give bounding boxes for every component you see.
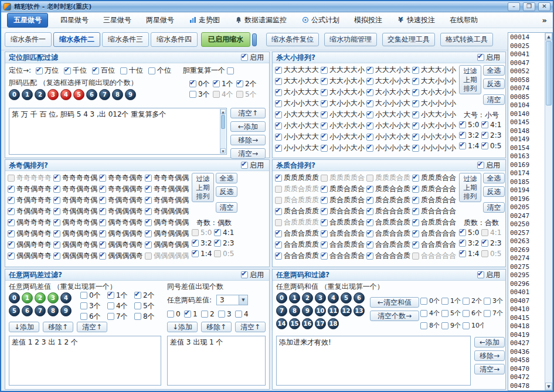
sum-ball[interactable]: 15 <box>289 318 300 329</box>
checkbox-box[interactable] <box>53 186 60 193</box>
checkbox-box[interactable] <box>420 322 427 329</box>
rule-action-button[interactable]: 清空→ <box>474 364 505 374</box>
menu-item-7[interactable]: 公式计划 <box>299 13 342 27</box>
pattern-checkbox[interactable]: 大小小大小 <box>321 98 366 108</box>
checkbox-box[interactable] <box>145 230 152 237</box>
checkbox-box[interactable] <box>477 162 484 169</box>
checkbox-box[interactable] <box>8 186 15 193</box>
checkbox-box[interactable] <box>53 241 60 248</box>
menu-item-1[interactable]: 五星做号 <box>7 13 48 28</box>
checkbox-box[interactable] <box>8 219 15 226</box>
checkbox-box[interactable] <box>145 219 152 226</box>
ratio-checkbox[interactable]: 2:3 <box>481 131 504 139</box>
pattern-checkbox[interactable]: 大小大大小 <box>321 87 366 97</box>
checkbox-box[interactable] <box>321 253 328 260</box>
checkbox-box[interactable] <box>275 100 282 107</box>
count-checkbox[interactable]: 4个 <box>107 301 134 311</box>
pattern-checkbox[interactable]: 偶奇奇奇奇 <box>8 217 53 227</box>
checkbox-box[interactable] <box>441 322 448 329</box>
pattern-checkbox[interactable]: 大大大小小 <box>412 65 458 75</box>
checkbox-box[interactable] <box>321 134 328 141</box>
checkbox-box[interactable] <box>53 208 60 215</box>
menu-item-10[interactable]: 在线帮助 <box>447 13 480 27</box>
pattern-checkbox[interactable]: 质合合合质 <box>366 206 412 216</box>
pattern-checkbox[interactable]: 大大小小小 <box>412 76 458 86</box>
shrink-tab-3[interactable]: 缩水条件三 <box>102 32 149 47</box>
pattern-checkbox[interactable]: 合质合合合 <box>412 229 458 238</box>
enable-checkbox[interactable]: 启用 <box>477 270 500 280</box>
pattern-checkbox[interactable]: 偶偶奇偶偶 <box>145 240 191 250</box>
checkbox-box[interactable] <box>107 313 114 320</box>
menu-item-3[interactable]: 三星做号 <box>101 13 134 27</box>
checkbox-box[interactable] <box>412 175 419 182</box>
sum-ball[interactable]: 1 <box>289 292 300 304</box>
count-checkbox[interactable]: 3 <box>218 310 235 318</box>
pattern-checkbox[interactable]: 偶奇偶偶奇 <box>99 229 145 238</box>
checkbox-box[interactable] <box>420 310 427 317</box>
checkbox-box[interactable] <box>275 145 282 152</box>
checkbox-box[interactable] <box>189 80 196 87</box>
pattern-checkbox[interactable]: 大大小大小 <box>321 76 366 86</box>
checkbox-box[interactable] <box>64 67 71 74</box>
checkbox-box[interactable] <box>366 208 373 215</box>
result-item[interactable]: 00169 <box>508 161 545 170</box>
result-item[interactable]: 00401 <box>508 288 545 297</box>
checkbox-box[interactable] <box>80 313 87 320</box>
checkbox-box[interactable] <box>366 219 373 226</box>
result-item[interactable]: 00174 <box>508 169 545 178</box>
position-checkbox[interactable]: 个位 <box>148 66 171 76</box>
pattern-checkbox[interactable]: 奇奇奇偶偶 <box>145 173 191 183</box>
checkbox-box[interactable] <box>167 311 174 318</box>
ratio-checkbox[interactable]: 5:0 <box>459 229 481 237</box>
checkbox-box[interactable] <box>459 132 466 139</box>
result-item[interactable]: 00269 <box>508 246 545 255</box>
rule-action-button[interactable]: 移除↑ <box>43 322 73 332</box>
checkbox-box[interactable] <box>80 302 87 309</box>
result-item[interactable]: 00275 <box>508 263 545 272</box>
count-checkbox[interactable]: 1 <box>184 310 201 318</box>
sum-ball[interactable]: 11 <box>328 305 339 316</box>
scroll-down-icon[interactable]: ▼ <box>220 148 226 154</box>
result-item[interactable]: 00407 <box>508 297 545 306</box>
checkbox-box[interactable] <box>366 78 373 85</box>
position-checkbox[interactable]: 千位 <box>64 66 87 76</box>
count-checkbox[interactable]: 7个 <box>107 312 134 322</box>
checkbox-box[interactable] <box>321 219 328 226</box>
count-checkbox[interactable]: 0个 <box>420 296 441 305</box>
count-checkbox[interactable]: 2个 <box>134 291 161 301</box>
clear-button[interactable]: 清空 <box>483 202 505 213</box>
pattern-checkbox[interactable]: 奇奇偶偶奇 <box>99 184 145 194</box>
result-item[interactable]: 00014 <box>508 33 545 42</box>
ratio-checkbox[interactable]: 2:3 <box>481 239 504 247</box>
ratio-checkbox[interactable]: 4:1 <box>214 229 236 237</box>
pattern-checkbox[interactable]: 大小大小大 <box>366 87 412 97</box>
checkbox-box[interactable] <box>412 241 419 248</box>
position-checkbox[interactable]: 十位 <box>120 66 143 76</box>
checkbox-box[interactable] <box>412 134 419 141</box>
result-item[interactable]: 00074 <box>508 84 545 93</box>
checkbox-box[interactable] <box>412 122 419 129</box>
pattern-checkbox[interactable]: 偶奇偶偶偶 <box>145 229 191 238</box>
shrink-tab-1[interactable]: 缩水条件一 <box>5 32 52 47</box>
checkbox-box[interactable] <box>412 197 419 204</box>
checkbox-box[interactable] <box>80 292 87 299</box>
checkbox-box[interactable] <box>99 197 106 204</box>
checkbox-box[interactable] <box>145 197 152 204</box>
checkbox-box[interactable] <box>99 219 106 226</box>
sum-ball[interactable]: 16 <box>302 318 313 329</box>
ratio-checkbox[interactable]: 3:2 <box>459 131 481 139</box>
pattern-checkbox[interactable]: 奇偶奇奇偶 <box>53 195 99 205</box>
pattern-checkbox[interactable]: 偶偶奇偶奇 <box>99 240 145 250</box>
rule-action-button[interactable]: ↓添加 <box>167 322 198 332</box>
checkbox-box[interactable] <box>99 253 106 260</box>
checkbox-box[interactable] <box>236 80 243 87</box>
checkbox-box[interactable] <box>412 111 419 118</box>
checkbox-box[interactable] <box>275 175 282 182</box>
digit-ball[interactable]: 1 <box>22 89 33 100</box>
count-checkbox[interactable]: 0个 <box>80 291 107 301</box>
count-checkbox[interactable]: 5个 <box>134 301 161 311</box>
checkbox-box[interactable] <box>321 67 328 74</box>
count-checkbox[interactable]: 2个 <box>236 79 260 89</box>
checkbox-box[interactable] <box>275 134 282 141</box>
result-item[interactable]: 00295 <box>508 271 545 280</box>
